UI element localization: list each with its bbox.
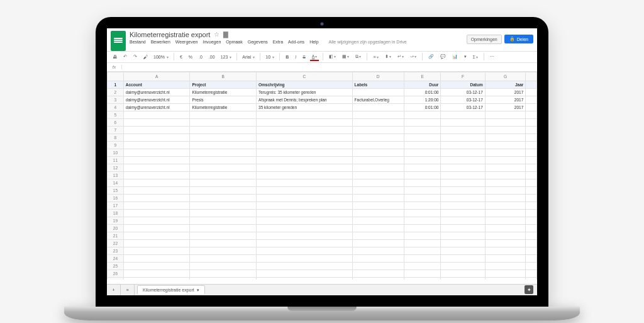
- row-header[interactable]: 27: [108, 277, 124, 280]
- cell[interactable]: [485, 232, 526, 239]
- cell[interactable]: [190, 254, 257, 262]
- menu-weergeven[interactable]: Weergeven: [175, 40, 198, 44]
- all-sheets-icon[interactable]: ≡: [121, 285, 135, 295]
- cell[interactable]: [190, 149, 257, 156]
- cell[interactable]: [441, 194, 485, 201]
- cell[interactable]: [526, 186, 537, 194]
- cell[interactable]: 0:01:00: [404, 103, 441, 111]
- row-header[interactable]: 21: [108, 232, 124, 239]
- cell[interactable]: [190, 179, 257, 186]
- cell[interactable]: [526, 179, 537, 186]
- rotate-icon[interactable]: ⤻: [408, 53, 418, 60]
- cell[interactable]: [404, 171, 441, 179]
- cell[interactable]: [441, 171, 485, 179]
- cell[interactable]: [352, 111, 404, 118]
- cell[interactable]: [485, 149, 526, 156]
- cell[interactable]: [123, 277, 190, 280]
- font-size-select[interactable]: 10: [264, 54, 275, 60]
- row-header[interactable]: 24: [108, 254, 124, 262]
- cell[interactable]: [257, 126, 353, 133]
- cell[interactable]: 35 kilometer gereden: [257, 103, 353, 111]
- cell[interactable]: [190, 201, 257, 209]
- print-icon[interactable]: 🖶: [111, 54, 119, 60]
- cell[interactable]: [123, 164, 190, 171]
- sheets-logo-icon[interactable]: [111, 31, 126, 51]
- cell[interactable]: [190, 164, 257, 171]
- cell[interactable]: 2017: [485, 88, 526, 96]
- cell[interactable]: [123, 171, 190, 179]
- cell[interactable]: [190, 126, 257, 133]
- cell[interactable]: [526, 103, 537, 111]
- cell[interactable]: [526, 262, 537, 269]
- cell[interactable]: [526, 224, 537, 232]
- cell[interactable]: [352, 247, 404, 254]
- cell[interactable]: [526, 111, 537, 118]
- cell[interactable]: [404, 247, 441, 254]
- cell[interactable]: [257, 277, 353, 280]
- cell[interactable]: [352, 171, 404, 179]
- cell[interactable]: Project: [190, 81, 257, 88]
- cell[interactable]: [404, 262, 441, 269]
- strike-icon[interactable]: S: [301, 54, 308, 60]
- cell[interactable]: [190, 277, 257, 280]
- cell[interactable]: [441, 141, 485, 149]
- cell[interactable]: [485, 224, 526, 232]
- cell[interactable]: [404, 111, 441, 118]
- cell[interactable]: [441, 209, 485, 217]
- cell[interactable]: [190, 269, 257, 277]
- cell[interactable]: [123, 118, 190, 126]
- cell[interactable]: [352, 224, 404, 232]
- cell[interactable]: [526, 194, 537, 201]
- cell[interactable]: [485, 201, 526, 209]
- cell[interactable]: 03-12-17: [441, 88, 485, 96]
- row-header[interactable]: 17: [108, 201, 124, 209]
- column-header[interactable]: [526, 72, 537, 81]
- column-header[interactable]: F: [441, 72, 485, 81]
- cell[interactable]: [257, 186, 353, 194]
- more-icon[interactable]: ⋯: [488, 53, 496, 60]
- row-header[interactable]: 16: [108, 194, 124, 201]
- cell[interactable]: [257, 156, 353, 164]
- menu-opmaak[interactable]: Opmaak: [226, 40, 242, 44]
- cell[interactable]: [526, 171, 537, 179]
- cell[interactable]: [441, 149, 485, 156]
- cell[interactable]: [190, 209, 257, 217]
- row-header[interactable]: 22: [108, 239, 124, 247]
- cell[interactable]: [485, 277, 526, 280]
- cell[interactable]: Datum: [441, 81, 485, 88]
- cell[interactable]: [257, 118, 353, 126]
- row-header[interactable]: 1: [108, 81, 124, 88]
- cell[interactable]: [190, 217, 257, 224]
- cell[interactable]: [404, 186, 441, 194]
- cell[interactable]: Labels: [352, 81, 404, 88]
- cell[interactable]: [190, 171, 257, 179]
- functions-icon[interactable]: Σ: [471, 54, 480, 60]
- cell[interactable]: [485, 247, 526, 254]
- cell[interactable]: [123, 239, 190, 247]
- cell[interactable]: [190, 133, 257, 141]
- percent-icon[interactable]: %: [187, 54, 194, 60]
- number-format-select[interactable]: 123: [219, 54, 233, 60]
- cell[interactable]: [441, 186, 485, 194]
- cell[interactable]: [404, 269, 441, 277]
- cell[interactable]: [352, 149, 404, 156]
- cell[interactable]: [352, 186, 404, 194]
- fill-color-icon[interactable]: ◧: [327, 53, 338, 60]
- cell[interactable]: Jaar: [485, 81, 526, 88]
- cell[interactable]: [257, 224, 353, 232]
- cell[interactable]: [404, 277, 441, 280]
- cell[interactable]: [352, 164, 404, 171]
- cell[interactable]: [257, 149, 353, 156]
- row-header[interactable]: 20: [108, 224, 124, 232]
- spreadsheet-grid[interactable]: ABCDEFG 1AccountProjectOmschrijvingLabel…: [107, 72, 537, 280]
- cell[interactable]: [485, 133, 526, 141]
- cell[interactable]: 03-12-17: [441, 103, 485, 111]
- cell[interactable]: [123, 156, 190, 164]
- cell[interactable]: [352, 118, 404, 126]
- cell[interactable]: [485, 186, 526, 194]
- merge-icon[interactable]: ⧉: [353, 53, 363, 60]
- cell[interactable]: Omschrijving: [257, 81, 353, 88]
- cell[interactable]: [526, 164, 537, 171]
- borders-icon[interactable]: ▦: [340, 53, 351, 60]
- cell[interactable]: [190, 194, 257, 201]
